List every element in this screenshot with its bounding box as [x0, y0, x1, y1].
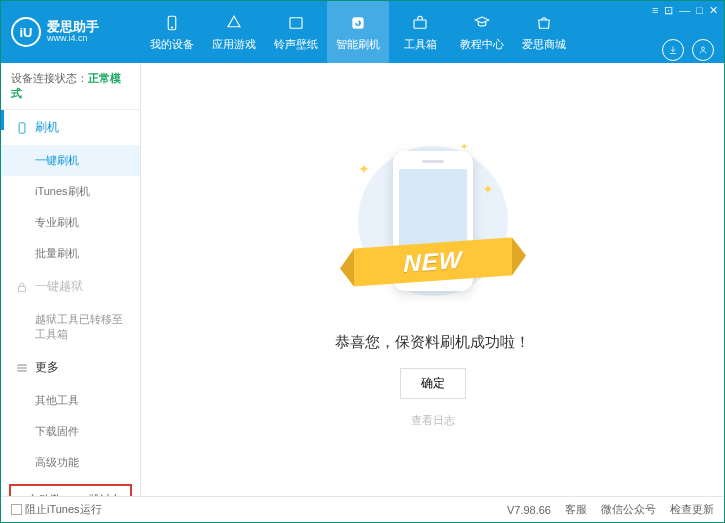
- nav-flash[interactable]: 智能刷机: [327, 1, 389, 63]
- nav-label: 应用游戏: [212, 37, 256, 52]
- sidebar-item-itunes-flash[interactable]: iTunes刷机: [1, 176, 140, 207]
- nav-ringtones[interactable]: 铃声壁纸: [265, 1, 327, 63]
- success-message: 恭喜您，保资料刷机成功啦！: [335, 333, 530, 352]
- minimize-button[interactable]: —: [679, 4, 690, 17]
- sidebar-item-advanced[interactable]: 高级功能: [1, 447, 140, 478]
- sidebar-item-pro-flash[interactable]: 专业刷机: [1, 207, 140, 238]
- status-label: 设备连接状态：: [11, 72, 88, 84]
- nav-label: 铃声壁纸: [274, 37, 318, 52]
- check-update-link[interactable]: 检查更新: [670, 502, 714, 517]
- download-button[interactable]: [662, 39, 684, 61]
- toolbox-icon: [410, 13, 430, 33]
- support-link[interactable]: 客服: [565, 502, 587, 517]
- top-nav: 我的设备 应用游戏 铃声壁纸 智能刷机 工具箱 教程中心: [141, 1, 652, 63]
- maximize-button[interactable]: □: [696, 4, 703, 17]
- sidebar-section-more[interactable]: 更多: [1, 350, 140, 385]
- svg-point-5: [702, 47, 705, 50]
- checkbox-block-itunes[interactable]: ✔阻止iTunes运行: [11, 502, 102, 517]
- nav-label: 教程中心: [460, 37, 504, 52]
- user-button[interactable]: [692, 39, 714, 61]
- nav-apps[interactable]: 应用游戏: [203, 1, 265, 63]
- svg-rect-3: [353, 17, 364, 28]
- device-status: 设备连接状态：正常模式: [1, 63, 140, 110]
- sidebar-section-jailbreak[interactable]: 一键越狱: [1, 269, 140, 304]
- window-controls: ≡ ⊡ — □ ✕: [652, 4, 718, 17]
- tutorial-icon: [472, 13, 492, 33]
- checkbox-label: 阻止iTunes运行: [25, 502, 102, 517]
- main-panel: ✦✦✦ NEW 恭喜您，保资料刷机成功啦！ 确定 查看日志: [141, 63, 724, 496]
- svg-rect-2: [290, 17, 302, 28]
- view-log-link[interactable]: 查看日志: [411, 413, 455, 428]
- version-label: V7.98.66: [507, 504, 551, 516]
- wechat-link[interactable]: 微信公众号: [601, 502, 656, 517]
- nav-toolbox[interactable]: 工具箱: [389, 1, 451, 63]
- options-box: ✔自动激活 ✔跳过向导: [9, 484, 132, 496]
- flash-icon: [348, 13, 368, 33]
- section-label: 一键越狱: [35, 278, 83, 295]
- success-illustration: ✦✦✦ NEW: [348, 131, 518, 311]
- logo-icon: iU: [11, 17, 41, 47]
- lock-icon[interactable]: ⊡: [664, 4, 673, 17]
- svg-rect-6: [19, 122, 25, 133]
- title-bar: iU 爱思助手 www.i4.cn 我的设备 应用游戏 铃声壁纸 智能刷机: [1, 1, 724, 63]
- apps-icon: [224, 13, 244, 33]
- sidebar-item-batch-flash[interactable]: 批量刷机: [1, 238, 140, 269]
- lock-icon: [15, 280, 29, 294]
- ok-button[interactable]: 确定: [400, 368, 466, 399]
- sidebar-item-oneclick-flash[interactable]: 一键刷机: [1, 145, 140, 176]
- ribbon-text: NEW: [403, 246, 462, 278]
- sidebar-section-flash[interactable]: 刷机: [1, 110, 140, 145]
- section-label: 更多: [35, 359, 59, 376]
- close-button[interactable]: ✕: [709, 4, 718, 17]
- svg-rect-4: [414, 20, 426, 28]
- nav-label: 智能刷机: [336, 37, 380, 52]
- menu-icon[interactable]: ≡: [652, 4, 658, 17]
- store-icon: [534, 13, 554, 33]
- app-title: 爱思助手: [47, 20, 99, 34]
- nav-label: 我的设备: [150, 37, 194, 52]
- sidebar: 设备连接状态：正常模式 刷机 一键刷机 iTunes刷机 专业刷机 批量刷机 一…: [1, 63, 141, 496]
- nav-label: 爱思商城: [522, 37, 566, 52]
- svg-rect-7: [19, 286, 26, 291]
- device-icon: [162, 13, 182, 33]
- nav-tutorials[interactable]: 教程中心: [451, 1, 513, 63]
- logo: iU 爱思助手 www.i4.cn: [1, 17, 141, 47]
- more-icon: [15, 361, 29, 375]
- nav-label: 工具箱: [404, 37, 437, 52]
- sidebar-item-download-firmware[interactable]: 下载固件: [1, 416, 140, 447]
- sidebar-item-other-tools[interactable]: 其他工具: [1, 385, 140, 416]
- jailbreak-note: 越狱工具已转移至工具箱: [1, 304, 140, 350]
- section-label: 刷机: [35, 119, 59, 136]
- app-url: www.i4.cn: [47, 34, 99, 44]
- wallpaper-icon: [286, 13, 306, 33]
- phone-icon: [15, 121, 29, 135]
- nav-store[interactable]: 爱思商城: [513, 1, 575, 63]
- nav-my-device[interactable]: 我的设备: [141, 1, 203, 63]
- status-bar: ✔阻止iTunes运行 V7.98.66 客服 微信公众号 检查更新: [1, 496, 724, 522]
- svg-point-1: [171, 26, 173, 28]
